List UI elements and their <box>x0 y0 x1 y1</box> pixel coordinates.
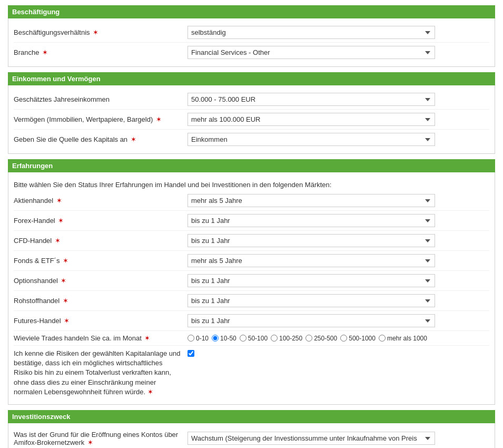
required-asterisk: ✶ <box>42 48 48 56</box>
rohstoffhandel-row: Rohstoffhandel ✶ bis zu 1 Jahr mehr als … <box>14 291 489 311</box>
futures-select[interactable]: bis zu 1 Jahr mehr als 5 Jahre 1 - 3 Jah… <box>188 314 435 327</box>
trades-radio-mehr-1000[interactable]: mehr als 1000 <box>379 335 427 342</box>
trades-radio-500-1000[interactable]: 500-1000 <box>340 335 376 342</box>
optionshandel-wrap: bis zu 1 Jahr mehr als 5 Jahre 1 - 3 Jah… <box>188 274 489 287</box>
rohstoffhandel-select[interactable]: bis zu 1 Jahr mehr als 5 Jahre 1 - 3 Jah… <box>188 294 435 307</box>
vermoegen-select[interactable]: mehr als 100.000 EUR unter 10.000 EUR 10… <box>188 113 435 126</box>
aktienhandel-label: Aktienhandel ✶ <box>14 197 188 204</box>
erfahrungen-header: Erfahrungen <box>8 159 495 172</box>
branche-row: Branche ✶ Financial Services - Other IT … <box>14 43 489 62</box>
risk-checkbox-row: Ich kenne die Risiken der gewählten Kapi… <box>14 346 489 400</box>
beschaeftigungsverhaeltnis-select[interactable]: selbständig angestellt Rentner Student <box>188 26 435 39</box>
branche-wrap: Financial Services - Other IT Gesundheit… <box>188 46 489 59</box>
einkommen-section: Einkommen und Vermögen Geschätztes Jahre… <box>8 72 495 154</box>
required-asterisk: ✶ <box>156 115 162 123</box>
required-asterisk: ✶ <box>61 277 66 285</box>
jahreseinkommen-row: Geschätztes Jahreseinkommen 50.000 - 75.… <box>14 90 489 110</box>
required-asterisk: ✶ <box>147 388 153 396</box>
aktienhandel-wrap: mehr als 5 Jahre bis zu 1 Jahr 1 - 3 Jah… <box>188 194 489 207</box>
rohstoffhandel-wrap: bis zu 1 Jahr mehr als 5 Jahre 1 - 3 Jah… <box>188 294 489 307</box>
beschaeftigung-body: Beschäftigungsverhältnis ✶ selbständig a… <box>8 18 495 67</box>
optionshandel-label: Optionshandel ✶ <box>14 277 188 285</box>
trades-radio-50-100[interactable]: 50-100 <box>240 335 268 342</box>
aktienhandel-select[interactable]: mehr als 5 Jahre bis zu 1 Jahr 1 - 3 Jah… <box>188 194 435 207</box>
kapitalquelle-wrap: Einkommen Ersparnisse Erbschaft Investme… <box>188 133 489 146</box>
vermoegen-wrap: mehr als 100.000 EUR unter 10.000 EUR 10… <box>188 113 489 126</box>
required-asterisk: ✶ <box>131 135 136 143</box>
required-asterisk: ✶ <box>63 297 68 305</box>
optionshandel-row: Optionshandel ✶ bis zu 1 Jahr mehr als 5… <box>14 271 489 291</box>
forex-label: Forex-Handel ✶ <box>14 217 188 225</box>
trades-radio-10-50[interactable]: 10-50 <box>212 335 236 342</box>
vermoegen-row: Vermögen (Immobilien, Wertpapiere, Barge… <box>14 110 489 130</box>
cfd-select[interactable]: bis zu 1 Jahr mehr als 5 Jahre 1 - 3 Jah… <box>188 234 435 247</box>
trades-radio-0-10[interactable]: 0-10 <box>188 335 209 342</box>
jahreseinkommen-wrap: 50.000 - 75.000 EUR unter 25.000 EUR 25.… <box>188 93 489 106</box>
investitionszweck-body: Was ist der Grund für die Eröffnung eine… <box>8 423 495 448</box>
required-asterisk: ✶ <box>58 217 64 225</box>
investitionszweck-header: Investitionszweck <box>8 410 495 423</box>
beschaeftigungsverhaeltnis-row: Beschäftigungsverhältnis ✶ selbständig a… <box>14 23 489 43</box>
einkommen-title: Einkommen und Vermögen <box>12 75 101 83</box>
trades-radio-250-500[interactable]: 250-500 <box>305 335 337 342</box>
forex-wrap: bis zu 1 Jahr mehr als 5 Jahre 1 - 3 Jah… <box>188 214 489 227</box>
branche-label: Branche ✶ <box>14 48 188 56</box>
cfd-wrap: bis zu 1 Jahr mehr als 5 Jahre 1 - 3 Jah… <box>188 234 489 247</box>
futures-label: Futures-Handel ✶ <box>14 317 188 325</box>
kapitalquelle-row: Geben Sie die Quelle des Kapitals an ✶ E… <box>14 130 489 149</box>
erfahrungen-title: Erfahrungen <box>12 162 53 170</box>
erfahrungen-description: Bitte wählen Sie den Status Ihrer Erfahr… <box>14 177 489 191</box>
branche-select[interactable]: Financial Services - Other IT Gesundheit… <box>188 46 435 59</box>
erfahrungen-section: Erfahrungen Bitte wählen Sie den Status … <box>8 159 495 405</box>
erfahrungen-body: Bitte wählen Sie den Status Ihrer Erfahr… <box>8 172 495 405</box>
jahreseinkommen-label: Geschätztes Jahreseinkommen <box>14 95 188 103</box>
futures-row: Futures-Handel ✶ bis zu 1 Jahr mehr als … <box>14 311 489 331</box>
risk-checkbox[interactable] <box>188 350 194 357</box>
investitionszweck-title: Investitionszweck <box>12 413 71 421</box>
investitionszweck-section: Investitionszweck Was ist der Grund für … <box>8 410 495 448</box>
main-container: Beschäftigung Beschäftigungsverhältnis ✶… <box>0 0 503 448</box>
risk-label: Ich kenne die Risiken der gewählten Kapi… <box>14 349 188 397</box>
investitionszweck-wrap: Wachstum (Steigerung der Investionssumme… <box>188 432 489 445</box>
fonds-select[interactable]: mehr als 5 Jahre bis zu 1 Jahr 1 - 3 Jah… <box>188 254 435 267</box>
cfd-row: CFD-Handel ✶ bis zu 1 Jahr mehr als 5 Ja… <box>14 231 489 251</box>
required-asterisk: ✶ <box>63 257 68 265</box>
forex-row: Forex-Handel ✶ bis zu 1 Jahr mehr als 5 … <box>14 211 489 231</box>
required-asterisk: ✶ <box>144 334 150 342</box>
trades-row: Wieviele Trades handeln Sie ca. im Monat… <box>14 331 489 346</box>
required-asterisk: ✶ <box>55 237 61 245</box>
investitionszweck-label: Was ist der Grund für die Eröffnung eine… <box>14 431 188 446</box>
trades-radio-100-250[interactable]: 100-250 <box>271 335 302 342</box>
einkommen-header: Einkommen und Vermögen <box>8 72 495 85</box>
beschaeftigung-title: Beschäftigung <box>12 8 60 16</box>
beschaeftigung-header: Beschäftigung <box>8 5 495 18</box>
required-asterisk: ✶ <box>93 28 98 36</box>
jahreseinkommen-select[interactable]: 50.000 - 75.000 EUR unter 25.000 EUR 25.… <box>188 93 435 106</box>
kapitalquelle-label: Geben Sie die Quelle des Kapitals an ✶ <box>14 135 188 143</box>
required-asterisk: ✶ <box>87 439 93 446</box>
fonds-wrap: mehr als 5 Jahre bis zu 1 Jahr 1 - 3 Jah… <box>188 254 489 267</box>
investitionszweck-row: Was ist der Grund für die Eröffnung eine… <box>14 427 489 448</box>
einkommen-body: Geschätztes Jahreseinkommen 50.000 - 75.… <box>8 85 495 154</box>
trades-radio-group: 0-10 10-50 50-100 100-250 <box>188 335 489 342</box>
required-asterisk: ✶ <box>64 317 70 325</box>
investitionszweck-select[interactable]: Wachstum (Steigerung der Investionssumme… <box>188 432 435 445</box>
futures-wrap: bis zu 1 Jahr mehr als 5 Jahre 1 - 3 Jah… <box>188 314 489 327</box>
fonds-label: Fonds & ETF´s ✶ <box>14 257 188 265</box>
forex-select[interactable]: bis zu 1 Jahr mehr als 5 Jahre 1 - 3 Jah… <box>188 214 435 227</box>
beschaeftigungsverhaeltnis-wrap: selbständig angestellt Rentner Student <box>188 26 489 39</box>
optionshandel-select[interactable]: bis zu 1 Jahr mehr als 5 Jahre 1 - 3 Jah… <box>188 274 435 287</box>
fonds-row: Fonds & ETF´s ✶ mehr als 5 Jahre bis zu … <box>14 251 489 271</box>
aktienhandel-row: Aktienhandel ✶ mehr als 5 Jahre bis zu 1… <box>14 191 489 211</box>
risk-checkbox-wrap <box>188 349 194 358</box>
trades-label: Wieviele Trades handeln Sie ca. im Monat… <box>14 334 188 342</box>
rohstoffhandel-label: Rohstoffhandel ✶ <box>14 297 188 305</box>
vermoegen-label: Vermögen (Immobilien, Wertpapiere, Barge… <box>14 115 188 123</box>
beschaeftigungsverhaeltnis-label: Beschäftigungsverhältnis ✶ <box>14 28 188 36</box>
beschaeftigung-section: Beschäftigung Beschäftigungsverhältnis ✶… <box>8 5 495 67</box>
cfd-label: CFD-Handel ✶ <box>14 237 188 245</box>
kapitalquelle-select[interactable]: Einkommen Ersparnisse Erbschaft Investme… <box>188 133 435 146</box>
required-asterisk: ✶ <box>56 197 62 204</box>
